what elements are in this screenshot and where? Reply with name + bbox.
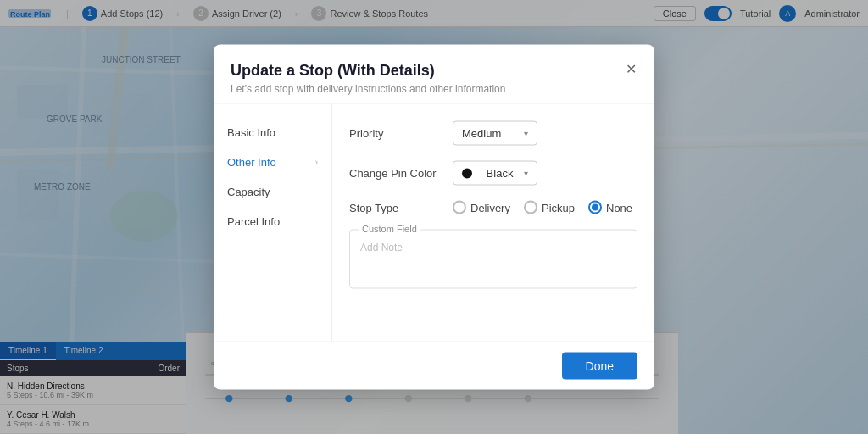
priority-row: Priority Medium ▾ <box>349 121 637 146</box>
stop-type-row: Stop Type Delivery Pickup No <box>349 201 637 214</box>
pin-color-select[interactable]: Black ▾ <box>453 161 537 186</box>
modal-nav: Basic Info Other Info › Capacity Parcel … <box>214 104 332 342</box>
nav-item-capacity[interactable]: Capacity <box>214 177 331 207</box>
radio-delivery-circle <box>453 201 466 214</box>
priority-value: Medium <box>462 127 501 140</box>
modal-body: Basic Info Other Info › Capacity Parcel … <box>214 104 654 342</box>
radio-delivery-label: Delivery <box>470 201 510 214</box>
nav-item-other-info[interactable]: Other Info › <box>214 147 331 177</box>
nav-item-parcel-info[interactable]: Parcel Info <box>214 207 331 236</box>
radio-none-circle <box>588 201 602 214</box>
priority-chevron-icon: ▾ <box>524 129 528 138</box>
stop-type-label: Stop Type <box>349 201 442 214</box>
pin-color-value: Black <box>487 167 514 180</box>
pin-color-chevron-icon: ▾ <box>524 169 528 178</box>
modal-form-content: Priority Medium ▾ Change Pin Color Black… <box>332 104 654 342</box>
nav-item-basic-info[interactable]: Basic Info <box>214 118 331 147</box>
radio-pickup-label: Pickup <box>542 201 575 214</box>
radio-pickup-circle <box>524 201 537 214</box>
radio-none-label: None <box>606 201 632 214</box>
radio-delivery[interactable]: Delivery <box>453 201 510 214</box>
modal-close-button[interactable]: ✕ <box>620 58 641 79</box>
custom-field-box[interactable]: Custom Field Add Note <box>349 230 637 289</box>
pin-color-label: Change Pin Color <box>349 167 442 180</box>
modal-footer: Done <box>214 342 654 390</box>
modal-title: Update a Stop (With Details) <box>231 62 637 80</box>
stop-type-radio-group: Delivery Pickup None <box>453 201 632 214</box>
radio-none[interactable]: None <box>588 201 632 214</box>
priority-select[interactable]: Medium ▾ <box>453 121 537 146</box>
modal-subtitle: Let's add stop with delivery instruction… <box>231 83 637 95</box>
nav-chevron-other-info: › <box>315 158 318 167</box>
pin-color-row: Change Pin Color Black ▾ <box>349 161 637 186</box>
modal-header: Update a Stop (With Details) Let's add s… <box>214 45 654 104</box>
custom-field-note: Add Note <box>360 242 403 253</box>
color-dot-black <box>462 168 472 178</box>
done-button[interactable]: Done <box>562 353 637 380</box>
update-stop-modal: Update a Stop (With Details) Let's add s… <box>214 45 654 390</box>
custom-field-label: Custom Field <box>359 224 420 234</box>
radio-pickup[interactable]: Pickup <box>524 201 575 214</box>
priority-label: Priority <box>349 127 442 140</box>
